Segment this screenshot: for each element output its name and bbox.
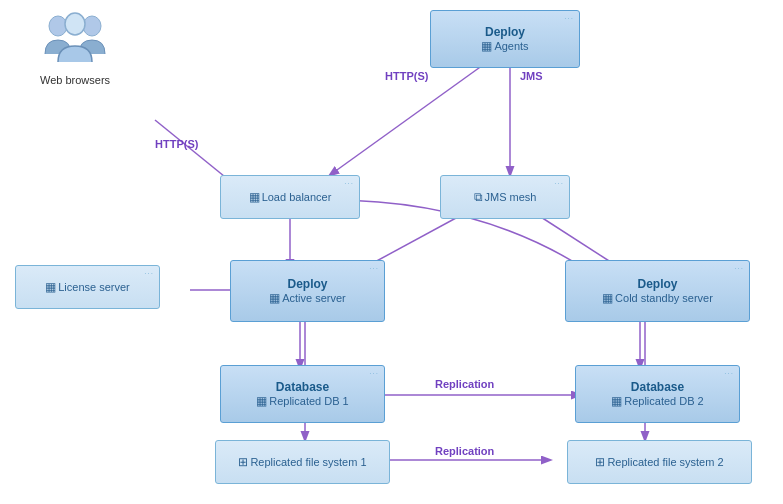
fs1-box: ⊞ Replicated file system 1 [215, 440, 390, 484]
deploy-main-icon: ▦ [481, 39, 492, 53]
svg-point-14 [83, 16, 101, 36]
svg-point-15 [65, 13, 85, 35]
jms-subtitle: JMS mesh [485, 191, 537, 203]
dc-title: Deploy [637, 277, 677, 291]
dc-dots: ··· [734, 264, 744, 273]
ls-icon: ▦ [45, 280, 56, 294]
load-balancer-box: ··· ▦ Load balancer [220, 175, 360, 219]
lb-dots: ··· [344, 179, 354, 188]
fs2-box: ⊞ Replicated file system 2 [567, 440, 752, 484]
jms-label: JMS [520, 70, 543, 82]
fs2-subtitle: Replicated file system 2 [607, 456, 723, 468]
jms-mesh-box: ··· ⧉ JMS mesh [440, 175, 570, 219]
deploy-main-box: ··· Deploy ▦ Agents [430, 10, 580, 68]
da-subtitle: Active server [282, 292, 346, 304]
license-server-box: ··· ▦ License server [15, 265, 160, 309]
fs2-icon: ⊞ [595, 455, 605, 469]
deploy-active-box: ··· Deploy ▦ Active server [230, 260, 385, 322]
db2-icon: ▦ [611, 394, 622, 408]
replication-label-1: Replication [435, 378, 494, 390]
web-browsers-group: Web browsers [40, 10, 110, 86]
db1-title: Database [276, 380, 329, 394]
db2-box: ··· Database ▦ Replicated DB 2 [575, 365, 740, 423]
db2-subtitle: Replicated DB 2 [624, 395, 704, 407]
replication-label-2: Replication [435, 445, 494, 457]
jms-icon: ⧉ [474, 190, 483, 204]
http-label-2: HTTP(S) [385, 70, 428, 82]
jms-dots: ··· [554, 179, 564, 188]
ls-dots: ··· [144, 269, 154, 278]
da-title: Deploy [287, 277, 327, 291]
db1-dots: ··· [369, 369, 379, 378]
web-browsers-label: Web browsers [40, 74, 110, 86]
diagram: Web browsers HTTP(S) HTTP(S) JMS Replica… [0, 0, 783, 504]
deploy-main-dots: ··· [564, 14, 574, 23]
fs1-icon: ⊞ [238, 455, 248, 469]
db1-subtitle: Replicated DB 1 [269, 395, 349, 407]
dc-icon: ▦ [602, 291, 613, 305]
lb-icon: ▦ [249, 190, 260, 204]
http-label-1: HTTP(S) [155, 138, 198, 150]
ls-subtitle: License server [58, 281, 130, 293]
dc-subtitle: Cold standby server [615, 292, 713, 304]
db2-title: Database [631, 380, 684, 394]
da-icon: ▦ [269, 291, 280, 305]
db1-box: ··· Database ▦ Replicated DB 1 [220, 365, 385, 423]
deploy-main-title: Deploy [485, 25, 525, 39]
web-browsers-icon [40, 10, 110, 70]
svg-point-13 [49, 16, 67, 36]
deploy-cold-box: ··· Deploy ▦ Cold standby server [565, 260, 750, 322]
lb-subtitle: Load balancer [262, 191, 332, 203]
deploy-main-subtitle: Agents [494, 40, 528, 52]
db1-icon: ▦ [256, 394, 267, 408]
fs1-subtitle: Replicated file system 1 [250, 456, 366, 468]
da-dots: ··· [369, 264, 379, 273]
db2-dots: ··· [724, 369, 734, 378]
